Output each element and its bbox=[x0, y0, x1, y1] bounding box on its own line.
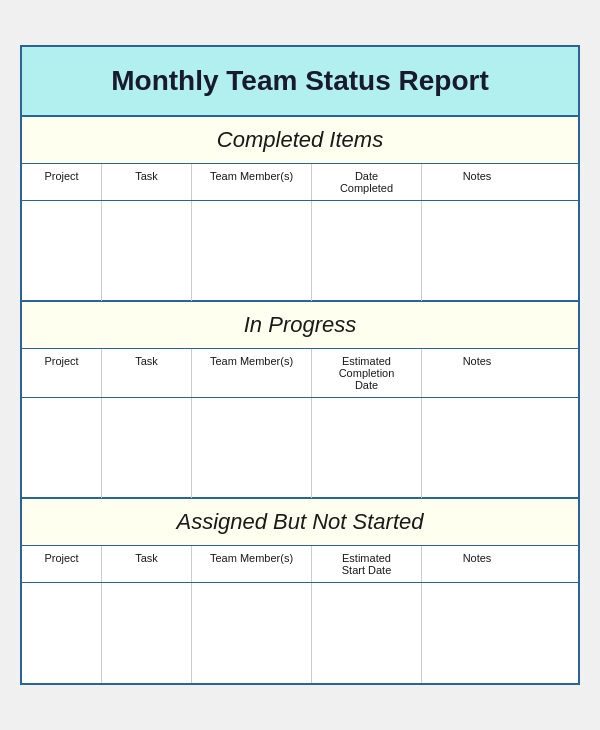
data-cell-completed-date bbox=[312, 201, 422, 301]
col-task-3: Task bbox=[102, 546, 192, 582]
col-notes-1: Notes bbox=[422, 164, 532, 200]
col-notes-2: Notes bbox=[422, 349, 532, 397]
col-estimated-start: EstimatedStart Date bbox=[312, 546, 422, 582]
col-team-2: Team Member(s) bbox=[192, 349, 312, 397]
report-container: Monthly Team Status Report Completed Ite… bbox=[20, 45, 580, 685]
data-cell-notstarted-date bbox=[312, 583, 422, 683]
data-cell-notstarted-project bbox=[22, 583, 102, 683]
data-cell-inprogress-notes bbox=[422, 398, 532, 498]
data-rows-in-progress bbox=[22, 398, 578, 498]
section-header-completed: Completed Items bbox=[22, 117, 578, 164]
col-task-1: Task bbox=[102, 164, 192, 200]
col-estimated-completion: EstimatedCompletionDate bbox=[312, 349, 422, 397]
data-rows-completed bbox=[22, 201, 578, 301]
data-cell-notstarted-team bbox=[192, 583, 312, 683]
report-title: Monthly Team Status Report bbox=[22, 47, 578, 117]
col-headers-in-progress: Project Task Team Member(s) EstimatedCom… bbox=[22, 349, 578, 398]
data-rows-not-started bbox=[22, 583, 578, 683]
data-cell-notstarted-notes bbox=[422, 583, 532, 683]
section-header-in-progress: In Progress bbox=[22, 301, 578, 349]
col-team-3: Team Member(s) bbox=[192, 546, 312, 582]
data-cell-inprogress-task bbox=[102, 398, 192, 498]
data-cell-completed-project bbox=[22, 201, 102, 301]
col-notes-3: Notes bbox=[422, 546, 532, 582]
col-project-1: Project bbox=[22, 164, 102, 200]
data-cell-inprogress-project bbox=[22, 398, 102, 498]
data-cell-completed-notes bbox=[422, 201, 532, 301]
data-cell-notstarted-task bbox=[102, 583, 192, 683]
col-project-3: Project bbox=[22, 546, 102, 582]
data-cell-inprogress-date bbox=[312, 398, 422, 498]
data-cell-completed-task bbox=[102, 201, 192, 301]
col-team-1: Team Member(s) bbox=[192, 164, 312, 200]
section-header-not-started: Assigned But Not Started bbox=[22, 498, 578, 546]
col-headers-not-started: Project Task Team Member(s) EstimatedSta… bbox=[22, 546, 578, 583]
col-task-2: Task bbox=[102, 349, 192, 397]
col-headers-completed: Project Task Team Member(s) DateComplete… bbox=[22, 164, 578, 201]
data-cell-completed-team bbox=[192, 201, 312, 301]
data-cell-inprogress-team bbox=[192, 398, 312, 498]
col-project-2: Project bbox=[22, 349, 102, 397]
col-date-completed: DateCompleted bbox=[312, 164, 422, 200]
